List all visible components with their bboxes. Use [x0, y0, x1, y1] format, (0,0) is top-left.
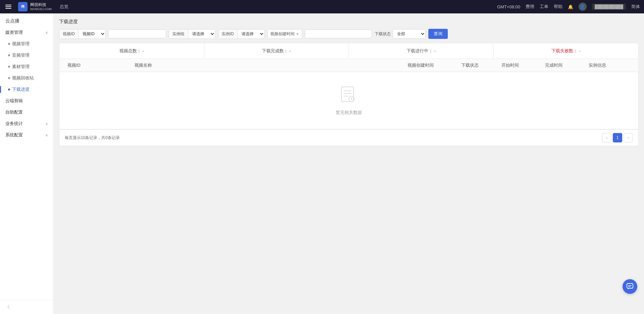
username-label: ██████████	[592, 4, 626, 10]
sidebar-group-stats[interactable]: 业务统计 ∨	[0, 118, 53, 129]
filter-bar: 视频ID 视频ID 实例组 请选择 实例ID 请选择	[59, 29, 639, 39]
instance-group-select[interactable]: 请选择	[188, 29, 215, 38]
sidebar-group-label: 业务统计	[5, 121, 23, 127]
stat-failed: 下载失败数： -	[494, 43, 639, 59]
page-1-btn[interactable]: 1	[613, 133, 622, 142]
col-start-time: 开始时间	[499, 62, 542, 68]
sidebar-group-label: 云端剪辑	[5, 98, 23, 104]
instance-group-filter[interactable]: 实例组 请选择	[169, 29, 215, 39]
col-create-time: 视频创建时间	[405, 62, 459, 68]
video-id-label: 视频ID	[59, 29, 78, 39]
no-data-icon	[339, 85, 359, 106]
stat-total-value: -	[142, 48, 144, 53]
svg-rect-7	[627, 284, 633, 288]
menu-icon[interactable]	[4, 3, 13, 10]
sidebar-group-sys[interactable]: 系统配置 ∨	[0, 129, 53, 141]
dot-icon	[8, 66, 10, 68]
stat-complete-label: 下载完成数：	[262, 48, 288, 53]
sidebar-section-title: 云点播	[0, 13, 53, 27]
empty-text: 暂无相关数据	[336, 110, 362, 116]
col-instance-info: 实例信息	[586, 62, 633, 68]
chevron-up-icon: ∧	[45, 30, 48, 35]
status-filter-wrap: 下载状态 全部 下载完成 下载进行中 下载失败	[375, 29, 426, 39]
sidebar-group-config[interactable]: 自助配置	[0, 107, 53, 118]
video-id-select[interactable]: 视频ID	[78, 29, 105, 38]
chevron-down-icon: ∨	[45, 122, 48, 126]
sidebar-group-label: 系统配置	[5, 132, 23, 138]
fee-link[interactable]: 费用	[526, 4, 534, 10]
col-download-status: 下载状态	[459, 62, 499, 68]
stat-failed-label: 下载失败数：	[551, 48, 578, 53]
stats-bar: 视频总数： - 下载完成数： - 下载进行中： - 下载失败数： -	[59, 43, 639, 59]
sidebar-item-material-manage[interactable]: 素材管理	[0, 61, 53, 72]
table-empty: 暂无相关数据	[59, 72, 638, 129]
page-title: 下载进度	[59, 19, 639, 25]
order-link[interactable]: 工单	[540, 4, 548, 10]
breadcrumb[interactable]: 总览	[60, 4, 68, 10]
instance-group-label: 实例组	[169, 29, 188, 39]
notification-icon[interactable]: 🔔	[568, 4, 573, 9]
col-video-name: 视频名称	[132, 62, 405, 68]
sidebar-item-video-manage[interactable]: 视频管理	[0, 38, 53, 50]
pagination-summary: 每页显示10条记录，共0条记录	[65, 135, 120, 141]
status-select-wrap[interactable]: 全部 下载完成 下载进行中 下载失败	[393, 29, 426, 39]
video-id-input-wrap	[108, 29, 166, 38]
col-finish-time: 完成时间	[542, 62, 586, 68]
logo: 网 网宿科技 WANGSU.COM	[18, 2, 52, 11]
sidebar-item-audio-manage[interactable]: 音频管理	[0, 50, 53, 61]
lang-switch[interactable]: 简体	[631, 4, 640, 10]
sidebar-group-media[interactable]: 媒资管理 ∧	[0, 27, 53, 38]
sidebar-item-label: 音频管理	[12, 52, 30, 58]
instance-id-label: 实例ID	[218, 29, 237, 39]
stat-inprogress-label: 下载进行中：	[407, 48, 433, 53]
status-label: 下载状态	[375, 31, 391, 37]
table-header: 视频ID 视频名称 视频创建时间 下载状态 开始时间 完成时间 实例信息	[59, 59, 638, 72]
date-filter[interactable]: 视频创建时间 ▼	[267, 29, 302, 39]
content-area: 下载进度 视频ID 视频ID 实例组 请选择 实例ID 请	[54, 13, 644, 314]
float-action-btn[interactable]	[623, 279, 637, 294]
stat-total: 视频总数： -	[59, 43, 204, 59]
search-button[interactable]: 查询	[428, 29, 448, 39]
stat-inprogress: 下载进行中： -	[349, 43, 494, 59]
main-layout: 云点播 媒资管理 ∧ 视频管理 音频管理 素材管理 视频回收站 下载进度 云端剪…	[0, 13, 644, 314]
logo-text: 网宿科技 WANGSU.COM	[30, 2, 52, 11]
video-id-input[interactable]	[109, 30, 166, 38]
chevron-down-icon: ▼	[296, 32, 299, 36]
col-video-id: 视频ID	[65, 62, 132, 68]
table-wrap: 视频ID 视频名称 视频创建时间 下载状态 开始时间 完成时间 实例信息	[59, 59, 639, 129]
avatar[interactable]: 👤	[579, 3, 587, 11]
instance-id-select[interactable]: 请选择	[237, 29, 264, 38]
chat-icon	[626, 283, 634, 290]
status-select[interactable]: 全部 下载完成 下载进行中 下载失败	[393, 29, 425, 38]
logo-icon: 网	[18, 2, 28, 11]
dot-icon	[8, 43, 10, 45]
prev-page-btn[interactable]: ‹	[602, 133, 611, 142]
stat-complete-value: -	[289, 48, 290, 53]
date-range-input[interactable]	[305, 29, 372, 38]
sidebar-group-label: 自助配置	[5, 109, 23, 115]
stat-complete: 下载完成数： -	[204, 43, 349, 59]
topnav: 网 网宿科技 WANGSU.COM 总览 GMT+08:00 费用 工单 帮助 …	[0, 0, 644, 13]
chevron-down-icon: ∨	[45, 133, 48, 137]
sidebar-collapse-btn[interactable]: 《	[0, 300, 53, 314]
dot-icon	[8, 77, 10, 79]
pagination-bar: 每页显示10条记录，共0条记录 ‹ 1 ›	[59, 129, 639, 146]
pagination-controls: ‹ 1 ›	[602, 133, 633, 142]
sidebar: 云点播 媒资管理 ∧ 视频管理 音频管理 素材管理 视频回收站 下载进度 云端剪…	[0, 13, 54, 314]
video-id-filter[interactable]: 视频ID 视频ID	[59, 29, 106, 39]
sidebar-item-label: 视频回收站	[12, 75, 34, 81]
sidebar-group-label: 媒资管理	[5, 29, 23, 36]
sidebar-group-edit[interactable]: 云端剪辑	[0, 95, 53, 107]
sidebar-item-recycle[interactable]: 视频回收站	[0, 72, 53, 84]
stat-inprogress-value: -	[434, 48, 435, 53]
sidebar-item-label: 素材管理	[12, 64, 30, 70]
dot-icon	[8, 54, 10, 56]
sidebar-item-label: 视频管理	[12, 41, 30, 47]
topnav-right: GMT+08:00 费用 工单 帮助 🔔 👤 ██████████ 简体	[497, 3, 640, 11]
instance-id-filter[interactable]: 实例ID 请选择	[218, 29, 265, 39]
date-label: 视频创建时间	[270, 31, 294, 37]
next-page-btn[interactable]: ›	[624, 133, 633, 142]
help-link[interactable]: 帮助	[554, 4, 562, 10]
dot-icon	[8, 88, 10, 90]
sidebar-item-download[interactable]: 下载进度	[0, 84, 53, 95]
